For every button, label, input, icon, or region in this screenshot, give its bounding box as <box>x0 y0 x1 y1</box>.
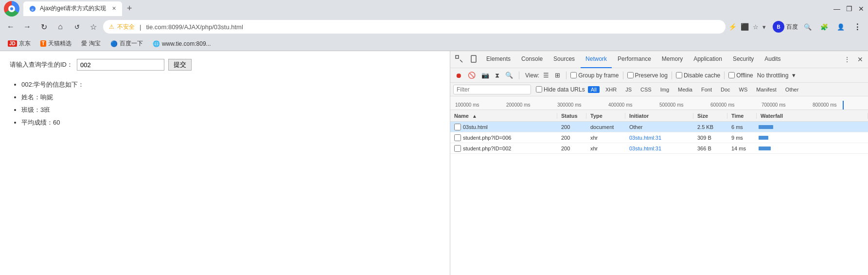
filter-toggle-button[interactable]: ⧗ <box>493 71 501 80</box>
hide-data-urls-checkbox[interactable] <box>536 86 542 92</box>
filter-other[interactable]: Other <box>782 86 802 93</box>
preserve-log-checkbox[interactable] <box>627 72 634 78</box>
result-list: 002:学号的信息如下： 姓名：响妮 班级：3班 平均成绩：60 <box>10 78 440 129</box>
initiator-link-1[interactable]: 03stu.html:31 <box>629 135 661 141</box>
devtools-tab-performance[interactable]: Performance <box>613 51 656 68</box>
device-toolbar-button[interactable] <box>467 53 480 66</box>
header-waterfall[interactable]: Waterfall <box>757 113 868 119</box>
history-button[interactable]: ↺ <box>70 20 84 34</box>
inspect-element-button[interactable] <box>452 53 466 66</box>
home-button[interactable]: ⌂ <box>53 20 67 34</box>
disable-cache-checkbox[interactable] <box>676 72 682 78</box>
filter-ws[interactable]: WS <box>736 86 751 93</box>
window-controls: — ❐ ✕ <box>833 5 864 13</box>
tab-close-button[interactable]: ✕ <box>112 5 116 12</box>
filter-img[interactable]: Img <box>657 86 672 93</box>
waterfall-bar-0 <box>759 125 773 129</box>
refresh-button[interactable]: ↻ <box>37 20 51 34</box>
table-row-0[interactable]: 03stu.html 200 document Other 2.5 KB 6 m… <box>450 122 868 132</box>
filter-css[interactable]: CSS <box>638 86 655 93</box>
group-by-frame-label[interactable]: Group by frame <box>570 72 619 79</box>
bookmark-tmall[interactable]: T 天猫精选 <box>36 38 75 49</box>
hide-data-urls-label[interactable]: Hide data URLs <box>536 86 585 93</box>
row-checkbox-2[interactable] <box>454 145 461 152</box>
throttling-dropdown[interactable]: ▾ <box>790 71 797 80</box>
bookmark-jd[interactable]: JD 京东 <box>4 38 35 49</box>
devtools-tab-console[interactable]: Console <box>516 51 548 68</box>
devtools-more-button[interactable]: ⋮ <box>841 54 853 65</box>
devtools-tab-sources[interactable]: Sources <box>549 51 580 68</box>
table-row-1[interactable]: student.php?ID=006 200 xhr 03stu.html:31… <box>450 132 868 143</box>
cast-icon[interactable]: ⬛ <box>741 23 749 31</box>
offline-checkbox[interactable] <box>728 72 735 78</box>
filter-all[interactable]: All <box>588 86 600 93</box>
controls-divider-2 <box>566 72 567 79</box>
header-size[interactable]: Size <box>693 113 727 119</box>
result-item-3: 平均成绩：60 <box>21 116 440 129</box>
search-network-button[interactable]: 🔍 <box>503 71 515 80</box>
capture-screenshot-button[interactable]: 📷 <box>479 71 491 80</box>
cell-name-0: 03stu.html <box>450 122 557 132</box>
address-input-container[interactable]: ⚠ 不安全 | tie.com:8099/AJAX/php/03stu.html <box>103 20 726 34</box>
large-view-btn[interactable]: ⊞ <box>553 71 562 80</box>
active-tab[interactable]: e Ajax的get请求方式的实现 ✕ <box>23 1 122 16</box>
query-input[interactable] <box>77 59 164 71</box>
header-name[interactable]: Name ▲ <box>450 113 557 119</box>
address-actions: ⚡ ⬛ ☆ ▾ <box>728 23 766 31</box>
disable-cache-text: Disable cache <box>684 72 720 79</box>
filter-js[interactable]: JS <box>622 86 635 93</box>
initiator-link-2[interactable]: 03stu.html:31 <box>629 146 661 151</box>
header-time[interactable]: Time <box>727 113 757 119</box>
header-type[interactable]: Type <box>586 113 625 119</box>
filter-manifest[interactable]: Manifest <box>753 86 779 93</box>
bookmark-star[interactable]: ☆ <box>87 20 100 34</box>
search-button[interactable]: 🔍 <box>801 20 815 34</box>
devtools-tab-security[interactable]: Security <box>728 51 759 68</box>
filter-media[interactable]: Media <box>675 86 695 93</box>
lightning-icon: ⚡ <box>728 23 737 31</box>
maximize-button[interactable]: ❐ <box>846 5 852 13</box>
cell-type-2: xhr <box>586 143 625 154</box>
devtools-tab-audits[interactable]: Audits <box>760 51 785 68</box>
svg-rect-2 <box>456 55 459 58</box>
filter-input[interactable] <box>453 85 531 94</box>
devtools-tab-elements[interactable]: Elements <box>481 51 515 68</box>
devtools-panel: Elements Console Sources Network Perform… <box>450 51 868 275</box>
group-by-frame-checkbox[interactable] <box>570 72 577 78</box>
filter-doc[interactable]: Doc <box>718 86 733 93</box>
extensions-button[interactable]: 🧩 <box>817 20 831 34</box>
devtools-close-button[interactable]: ✕ <box>854 54 866 65</box>
minimize-button[interactable]: — <box>833 5 840 13</box>
row-checkbox-0[interactable] <box>454 124 461 130</box>
query-submit-button[interactable]: 提交 <box>168 59 192 71</box>
clear-button[interactable]: 🚫 <box>466 71 478 80</box>
row-checkbox-1[interactable] <box>454 134 461 141</box>
bookmark-taobao-label: 淘宝 <box>89 39 101 48</box>
devtools-tab-memory[interactable]: Memory <box>657 51 688 68</box>
header-initiator[interactable]: Initiator <box>625 113 693 119</box>
devtools-tab-application[interactable]: Application <box>689 51 727 68</box>
table-row-2[interactable]: student.php?ID=002 200 xhr 03stu.html:31… <box>450 143 868 154</box>
profile-button[interactable]: 👤 <box>834 20 848 34</box>
header-status[interactable]: Status <box>557 113 586 119</box>
back-button[interactable]: ← <box>4 20 18 34</box>
content-area: 请输入查询学生的ID： 提交 002:学号的信息如下： 姓名：响妮 班级：3班 … <box>0 51 868 275</box>
record-button[interactable]: ⏺ <box>453 71 464 80</box>
bookmark-dropdown[interactable]: ▾ <box>762 23 766 31</box>
filter-font[interactable]: Font <box>698 86 715 93</box>
list-view-btn[interactable]: ☰ <box>541 71 551 80</box>
bookmark-tie[interactable]: 🌐 www.tie.com:809... <box>149 39 215 48</box>
forward-button[interactable]: → <box>20 20 34 34</box>
filter-xhr[interactable]: XHR <box>602 86 620 93</box>
menu-button[interactable]: ⋮ <box>850 20 864 34</box>
disable-cache-label[interactable]: Disable cache <box>676 72 720 79</box>
bookmark-taobao[interactable]: 愛 淘宝 <box>77 38 105 49</box>
offline-label[interactable]: Offline <box>728 72 753 79</box>
bookmark-baidu[interactable]: 🔵 百度一下 <box>106 38 147 49</box>
devtools-tab-network[interactable]: Network <box>581 51 612 68</box>
preserve-log-label[interactable]: Preserve log <box>627 72 668 79</box>
close-button[interactable]: ✕ <box>858 5 864 13</box>
result-item-0: 002:学号的信息如下： <box>21 78 440 91</box>
bookmark-icon[interactable]: ☆ <box>753 23 759 31</box>
new-tab-button[interactable]: + <box>124 2 135 15</box>
